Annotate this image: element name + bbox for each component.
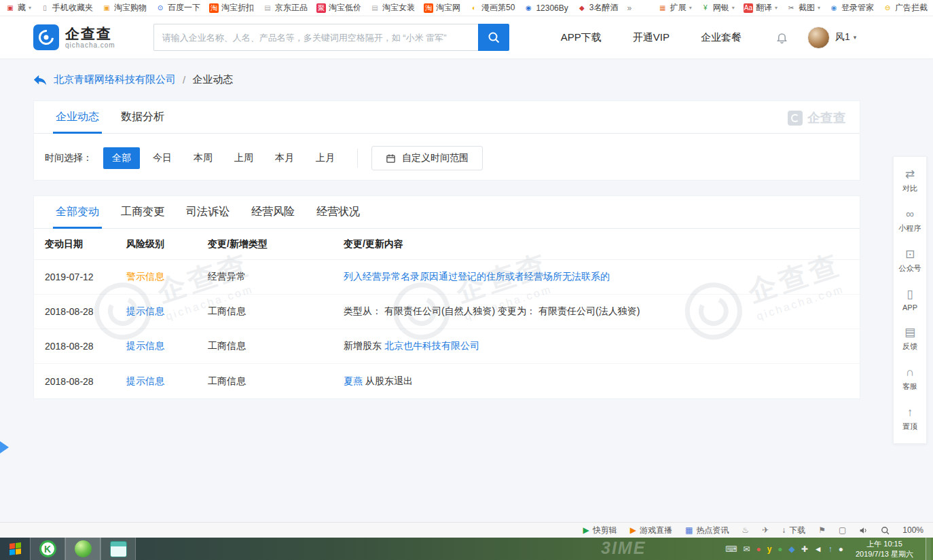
tool-button[interactable]: ✈ [762, 526, 769, 534]
sidebar-item-miniprogram[interactable]: ∞小程序 [894, 201, 926, 241]
bookmark-icon: 聚 [316, 3, 326, 13]
bookmark-item[interactable]: ▯手机收藏夹 [40, 2, 93, 14]
sidebar-item-service[interactable]: ∩客服 [894, 359, 926, 399]
bookmark-item[interactable]: 淘淘宝网 [424, 2, 460, 14]
zoom-button[interactable] [881, 526, 890, 535]
tab-company-dynamics[interactable]: 企业动态 [45, 101, 110, 133]
custom-date-range-button[interactable]: 自定义时间范围 [371, 146, 483, 170]
notification-bell-button[interactable] [775, 31, 788, 44]
taskbar-app-browser[interactable] [65, 538, 100, 560]
sidebar-item-back-to-top[interactable]: ↑置顶 [894, 399, 926, 439]
tab-judicial-litigation[interactable]: 司法诉讼 [175, 196, 240, 228]
netbank-menu[interactable]: ¥网银▾ [701, 2, 735, 14]
sidebar-item-label: APP [902, 303, 917, 312]
browser-status-bar: ▶快剪辑 ▶游戏直播 ▦热点资讯 ♨ ✈ ↓下载 ⚑ ▢ 100% [0, 522, 933, 538]
bookmark-item[interactable]: ▤淘宝女装 [370, 2, 415, 14]
tab-operation-risk[interactable]: 经营风险 [240, 196, 306, 228]
bookmarks-overflow-button[interactable]: » [627, 3, 632, 13]
ad-block-button[interactable]: ⊖广告拦截 [883, 2, 928, 14]
content-link[interactable]: 列入经营异常名录原因通过登记的住所或者经营场所无法联系的 [344, 271, 610, 282]
extension-menu[interactable]: ▦扩展▾ [658, 2, 692, 14]
time-option-this-month[interactable]: 本月 [266, 147, 303, 169]
bookmarks-fold[interactable]: ▣ 藏 ▾ [5, 2, 31, 14]
bookmark-item[interactable]: ◉12306By [524, 3, 568, 13]
bookmark-item[interactable]: ⊙百度一下 [156, 2, 200, 14]
time-option-today[interactable]: 今日 [144, 147, 181, 169]
game-live-button[interactable]: ▶游戏直播 [630, 525, 672, 536]
tab-data-analysis[interactable]: 数据分析 [110, 101, 175, 133]
window-button[interactable]: ▢ [839, 526, 846, 534]
tray-icon[interactable]: ✉ [743, 545, 750, 553]
breadcrumb-company-link[interactable]: 北京青曙网络科技有限公司 [54, 73, 176, 86]
sidebar-item-label: 对比 [902, 183, 917, 193]
time-option-last-month[interactable]: 上月 [307, 147, 344, 169]
show-desktop-button[interactable] [926, 538, 931, 560]
start-button[interactable] [0, 538, 30, 560]
tool-label: 快剪辑 [593, 525, 617, 536]
mute-button[interactable] [859, 526, 868, 535]
sidebar-item-compare[interactable]: ⇄对比 [894, 161, 926, 201]
sidebar-item-feedback[interactable]: ▤反馈 [894, 319, 926, 359]
screenshot-menu[interactable]: ✂截图▾ [786, 2, 820, 14]
folder-icon: ▣ [5, 3, 15, 13]
content-link[interactable]: 夏燕 [344, 375, 363, 386]
nav-open-vip[interactable]: 开通VIP [633, 31, 670, 44]
bookmark-item[interactable]: ▤京东正品 [263, 2, 308, 14]
tray-icon[interactable]: y [767, 545, 772, 553]
qichacha-logo-icon [33, 24, 59, 50]
windows-logo-icon [10, 542, 21, 555]
volume-tray-icon[interactable]: ◄ [814, 545, 822, 553]
bookmark-item[interactable]: 聚淘宝低价 [316, 2, 361, 14]
chevron-down-icon: ▾ [29, 5, 31, 11]
page-tabs: 企业动态 数据分析 企查查 [34, 101, 860, 134]
bookmark-item[interactable]: ◆3名醉酒 [577, 2, 619, 14]
search-input[interactable] [153, 24, 478, 51]
tray-icon[interactable]: ● [839, 545, 843, 553]
time-option-all[interactable]: 全部 [103, 147, 140, 169]
nav-app-download[interactable]: APP下载 [561, 31, 602, 44]
tab-operation-status[interactable]: 经营状况 [306, 196, 371, 228]
hot-news-button[interactable]: ▦热点资讯 [685, 525, 729, 536]
download-button[interactable]: ↓下载 [782, 525, 805, 536]
tray-icon[interactable]: ↑ [828, 545, 833, 553]
tool-button[interactable]: ♨ [742, 526, 749, 534]
sidebar-item-app[interactable]: ▯APP [894, 281, 926, 319]
bookmark-item[interactable]: ◐漫画第50 [469, 2, 515, 14]
back-arrow-icon[interactable] [33, 74, 47, 86]
bookmark-icon: ◐ [469, 3, 479, 13]
taskbar-app-k-browser[interactable]: K [30, 538, 65, 560]
time-option-this-week[interactable]: 本周 [185, 147, 221, 169]
sidebar-item-official-account[interactable]: ⊡公众号 [894, 241, 926, 281]
clock-date: 2019/7/13 星期六 [856, 549, 913, 559]
login-manager-button[interactable]: ◉登录管家 [829, 2, 874, 14]
content-link[interactable]: 北京也牛科技有限公司 [384, 340, 479, 351]
change-date: 2018-08-28 [45, 341, 126, 352]
tray-icon[interactable]: ● [756, 545, 761, 553]
time-option-last-week[interactable]: 上周 [225, 147, 262, 169]
bookmark-item[interactable]: 淘淘宝折扣 [209, 2, 254, 14]
tab-business-changes[interactable]: 工商变更 [110, 196, 175, 228]
translate-menu[interactable]: Aa翻译▾ [744, 2, 778, 14]
tray-icon[interactable]: ● [778, 545, 782, 553]
extension-label: 扩展 [670, 2, 687, 14]
bookmark-icon: ▯ [40, 3, 50, 13]
quick-editor-button[interactable]: ▶快剪辑 [583, 525, 617, 536]
tab-all-changes[interactable]: 全部变动 [45, 196, 110, 228]
avatar[interactable] [807, 26, 830, 49]
search-button[interactable] [478, 24, 509, 51]
qichacha-logo[interactable]: 企查查 qichacha.com [33, 24, 115, 50]
bookmark-item[interactable]: ▣淘宝购物 [102, 2, 147, 14]
play-icon: ▶ [630, 526, 636, 534]
flag-button[interactable]: ⚑ [818, 526, 826, 534]
tool-label: 下载 [789, 525, 805, 536]
feedback-icon: ▤ [904, 326, 915, 338]
tray-icon[interactable]: ◆ [789, 545, 795, 553]
side-panel-expand-arrow[interactable] [0, 441, 9, 453]
tray-icon[interactable]: ⌨ [725, 545, 737, 553]
taskbar-app-window[interactable] [100, 538, 136, 560]
user-menu[interactable]: 风1 ▾ [835, 31, 856, 43]
tray-icon[interactable]: ✚ [801, 545, 808, 553]
nav-enterprise-plan[interactable]: 企业套餐 [701, 31, 742, 44]
taskbar-clock[interactable]: 上午 10:15 2019/7/13 星期六 [856, 539, 913, 559]
translate-icon: Aa [744, 3, 753, 13]
